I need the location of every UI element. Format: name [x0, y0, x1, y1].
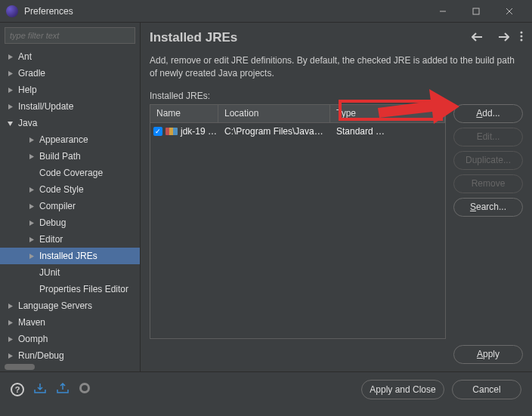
tree-item-label: Language Servers [18, 300, 92, 311]
chevron-right-icon[interactable] [5, 68, 15, 79]
cell-type: Standard … [330, 126, 445, 137]
page-content: Installed JREs Add, remove or edit JRE d… [141, 23, 532, 371]
tree-item[interactable]: Code Coverage [0, 165, 140, 181]
page-description: Add, remove or edit JRE definitions. By … [150, 54, 523, 80]
tree-item[interactable]: Install/Update [0, 98, 140, 115]
svg-point-5 [521, 35, 523, 38]
chevron-down-icon[interactable] [5, 118, 15, 128]
chevron-right-icon[interactable] [26, 251, 36, 261]
chevron-right-icon[interactable] [26, 134, 36, 145]
oomph-icon[interactable] [79, 382, 91, 397]
search-label-rest: earch... [476, 202, 506, 212]
jre-table[interactable]: Name Location Type ✓jdk-19 …C:\Program F… [150, 104, 446, 339]
column-name[interactable]: Name [150, 105, 218, 122]
search-button[interactable]: Search... [453, 198, 523, 217]
jre-icon [165, 128, 178, 135]
back-icon[interactable] [472, 31, 485, 45]
tree-item[interactable]: Maven [0, 314, 140, 331]
tree-item[interactable]: Installed JREs [0, 248, 140, 264]
tree-item-label: Gradle [18, 68, 45, 79]
chevron-right-icon[interactable] [5, 85, 15, 95]
chevron-right-icon[interactable] [26, 184, 36, 195]
tree-item[interactable]: Java [0, 115, 140, 131]
tree-item[interactable]: Debug [0, 214, 140, 231]
tree-item[interactable]: Editor [0, 231, 140, 248]
preferences-tree[interactable]: AntGradleHelpInstall/UpdateJavaAppearanc… [0, 48, 140, 362]
chevron-right-icon[interactable] [26, 201, 36, 211]
tree-item[interactable]: Build Path [0, 148, 140, 165]
tree-item-label: Debug [39, 217, 66, 228]
scroll-thumb[interactable] [5, 364, 35, 370]
edit-button: Edit... [453, 128, 523, 146]
help-icon[interactable]: ? [11, 383, 24, 396]
chevron-right-icon[interactable] [26, 217, 36, 228]
add-label-rest: dd... [482, 108, 500, 119]
tree-item-label: Installed JREs [39, 251, 97, 261]
chevron-right-icon[interactable] [5, 101, 15, 112]
chevron-right-icon[interactable] [26, 234, 36, 245]
window-controls [426, 1, 526, 22]
tree-item[interactable]: Language Servers [0, 297, 140, 314]
maximize-button[interactable] [459, 1, 493, 22]
cell-location: C:\Program Files\Java\jdk… [218, 126, 330, 137]
import-icon[interactable] [33, 383, 47, 396]
column-location[interactable]: Location [218, 105, 330, 122]
tree-item[interactable]: JUnit [0, 264, 140, 281]
tree-item-label: Java [18, 118, 37, 128]
duplicate-button: Duplicate... [453, 151, 523, 170]
cell-name: jdk-19 … [181, 126, 217, 137]
minimize-button[interactable] [426, 1, 459, 22]
cancel-button[interactable]: Cancel [452, 380, 521, 399]
table-label: Installed JREs: [150, 91, 523, 101]
tree-item-label: Ant [18, 51, 32, 62]
tree-item-label: Oomph [18, 334, 48, 344]
app-icon [6, 5, 18, 17]
tree-item[interactable]: Help [0, 82, 140, 98]
apply-button[interactable]: Apply [453, 345, 523, 364]
tree-item[interactable]: Compiler [0, 198, 140, 214]
export-icon[interactable] [56, 383, 70, 396]
tree-item-label: Install/Update [18, 101, 73, 112]
checkbox-icon[interactable]: ✓ [153, 127, 162, 136]
tree-item-label: Maven [18, 317, 45, 328]
tree-item[interactable]: Code Style [0, 181, 140, 198]
close-button[interactable] [493, 1, 526, 22]
chevron-right-icon[interactable] [5, 334, 15, 344]
menu-icon[interactable] [520, 31, 523, 45]
tree-item[interactable]: Appearance [0, 131, 140, 148]
tree-item[interactable]: Properties Files Editor [0, 281, 140, 297]
window-title: Preferences [24, 6, 426, 17]
tree-item-label: Run/Debug [18, 350, 64, 361]
tree-item[interactable]: Run/Debug [0, 347, 140, 362]
tree-item[interactable]: Oomph [0, 331, 140, 347]
tree-item-label: Code Coverage [39, 168, 103, 178]
chevron-right-icon[interactable] [5, 350, 15, 361]
chevron-right-icon[interactable] [26, 151, 36, 162]
apply-label-rest: pply [483, 349, 500, 359]
svg-point-6 [521, 39, 523, 42]
tree-item-label: Editor [39, 234, 63, 245]
titlebar: Preferences [0, 0, 532, 23]
svg-point-4 [521, 32, 523, 34]
column-type[interactable]: Type [330, 105, 445, 122]
page-title: Installed JREs [150, 30, 472, 45]
chevron-right-icon[interactable] [5, 317, 15, 328]
sidebar-hscroll[interactable] [5, 362, 135, 371]
tree-item-label: Build Path [39, 151, 81, 162]
add-button[interactable]: Add... [453, 104, 523, 123]
tree-item-label: Appearance [39, 134, 88, 145]
apply-and-close-button[interactable]: Apply and Close [361, 380, 444, 399]
forward-icon[interactable] [496, 31, 509, 45]
filter-input[interactable] [5, 27, 135, 44]
tree-item-label: Properties Files Editor [39, 284, 128, 294]
tree-item[interactable]: Gradle [0, 65, 140, 82]
tree-item-label: Code Style [39, 184, 84, 195]
tree-item-label: Help [18, 85, 37, 95]
tree-item[interactable]: Ant [0, 48, 140, 65]
remove-button: Remove [453, 174, 523, 193]
chevron-right-icon[interactable] [5, 51, 15, 62]
svg-rect-1 [473, 8, 479, 14]
table-row[interactable]: ✓jdk-19 …C:\Program Files\Java\jdk…Stand… [150, 123, 445, 140]
sidebar: AntGradleHelpInstall/UpdateJavaAppearanc… [0, 23, 141, 371]
chevron-right-icon[interactable] [5, 300, 15, 311]
